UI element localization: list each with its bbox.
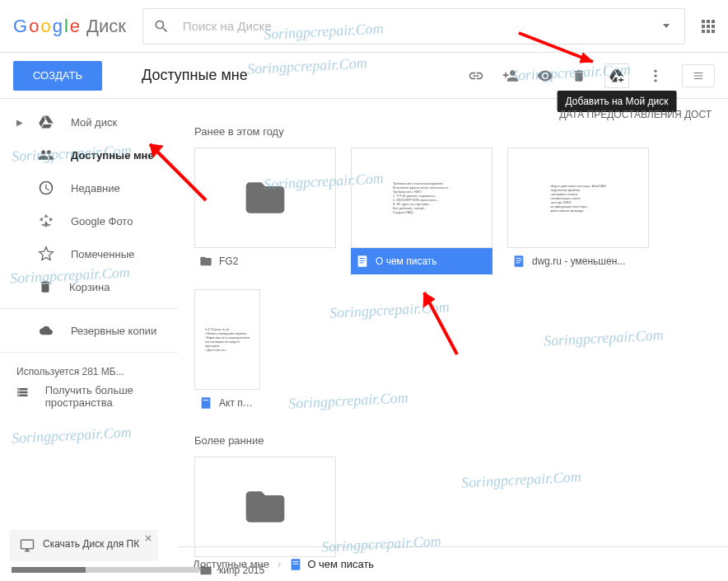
main-content: ДАТА ПРЕДОСТАВЛЕНИЯ ДОСТ Ранее в этом го…: [178, 99, 728, 581]
sidebar-label: Помеченные: [71, 248, 134, 260]
breadcrumb-root[interactable]: Доступные мне: [193, 558, 269, 570]
svg-point-1: [654, 69, 656, 72]
doc-thumbnail: dwg.ru уменьшенная вар-т AutoCADподготов…: [507, 148, 649, 248]
section-label: Более ранние: [194, 434, 712, 447]
svg-rect-14: [292, 559, 301, 569]
sidebar-item-get-storage[interactable]: Получить больше пространства: [0, 381, 178, 417]
trash-icon: [38, 279, 53, 295]
scrollbar[interactable]: [12, 567, 199, 573]
link-icon[interactable]: [468, 68, 484, 84]
storage-used-text: Используется 281 МБ...: [0, 358, 178, 381]
doc-icon: [356, 255, 369, 268]
view-toggle-icon[interactable]: [682, 64, 715, 87]
file-name: FG2: [219, 255, 238, 267]
storage-icon: [16, 384, 29, 401]
search-box[interactable]: [142, 8, 685, 45]
file-name: dwg.ru - уменьшен...: [532, 255, 625, 267]
sidebar-item-photos[interactable]: Google Фото: [0, 204, 178, 237]
svg-rect-6: [360, 260, 366, 261]
svg-rect-12: [202, 397, 211, 408]
more-icon[interactable]: [647, 68, 664, 84]
trash-icon[interactable]: [572, 68, 586, 84]
svg-rect-5: [360, 258, 366, 259]
svg-rect-11: [516, 262, 520, 263]
sidebar-item-recent[interactable]: Недавние: [0, 171, 178, 204]
folder-icon: [199, 255, 212, 268]
doc-icon: [512, 255, 525, 268]
preview-icon[interactable]: [537, 68, 553, 84]
sidebar-label: Мой диск: [71, 116, 117, 129]
search-icon: [153, 18, 170, 35]
svg-rect-9: [516, 258, 522, 259]
breadcrumb: Доступные мне › О чем писать: [178, 546, 728, 581]
sidebar-item-starred[interactable]: Помеченные: [0, 237, 178, 270]
clock-icon: [38, 180, 54, 196]
photos-icon: [38, 213, 54, 229]
svg-point-3: [654, 79, 656, 82]
doc-icon: [289, 558, 302, 571]
chevron-right-icon: ›: [278, 558, 281, 570]
close-icon[interactable]: [143, 533, 153, 543]
page-title: Доступные мне: [142, 67, 468, 84]
sidebar-item-backups[interactable]: Резервные копии: [0, 314, 178, 347]
svg-rect-7: [360, 262, 364, 263]
shared-icon: [38, 147, 54, 163]
desktop-icon: [20, 538, 35, 553]
sidebar: ▶ Мой диск Доступные мне Недавние Google…: [0, 99, 178, 581]
folder-thumbnail: [194, 148, 336, 248]
folder-thumbnail: [194, 457, 336, 557]
add-person-icon[interactable]: [502, 68, 519, 84]
svg-rect-13: [203, 400, 209, 401]
sidebar-label: Корзина: [69, 281, 110, 293]
drive-icon: [38, 114, 54, 130]
file-name: О чем писать: [376, 255, 437, 267]
cloud-icon: [38, 324, 54, 337]
sidebar-label: Получить больше пространства: [45, 384, 161, 409]
apps-grid-icon[interactable]: [702, 20, 715, 33]
doc-thumbnail: Требования к ключевым фразамКлючевые фра…: [351, 148, 492, 248]
sidebar-label: Google Фото: [71, 215, 133, 227]
doc-icon: [199, 396, 212, 410]
doc-thumbnail: 5.4 Оцінка та за• Немає очевидних перева…: [194, 289, 260, 390]
svg-rect-15: [293, 561, 299, 562]
breadcrumb-current[interactable]: О чем писать: [289, 558, 374, 571]
svg-rect-8: [515, 255, 524, 266]
sidebar-label: Доступные мне: [71, 149, 154, 162]
file-card-doc[interactable]: dwg.ru уменьшенная вар-т AutoCADподготов…: [507, 148, 649, 274]
file-card-doc[interactable]: Требования к ключевым фразамКлючевые фра…: [351, 148, 492, 274]
section-label: Ранее в этом году: [194, 125, 712, 138]
caret-icon: ▶: [16, 118, 21, 127]
sidebar-label: Недавние: [71, 182, 120, 194]
star-icon: [38, 246, 54, 262]
download-drive-promo[interactable]: Скачать Диск для ПК: [10, 530, 158, 561]
column-header: ДАТА ПРЕДОСТАВЛЕНИЯ ДОСТ: [194, 109, 712, 120]
svg-rect-10: [516, 260, 522, 261]
sidebar-item-my-drive[interactable]: ▶ Мой диск: [0, 105, 178, 138]
svg-point-2: [654, 74, 656, 77]
sidebar-item-shared[interactable]: Доступные мне: [0, 138, 178, 171]
sidebar-label: Резервные копии: [71, 325, 156, 337]
sidebar-item-trash[interactable]: Корзина: [0, 270, 178, 303]
file-name: Акт перер: [219, 397, 255, 409]
search-dropdown-caret[interactable]: [663, 24, 670, 28]
file-card-folder[interactable]: FG2: [194, 148, 336, 274]
search-input[interactable]: [183, 19, 658, 33]
svg-rect-16: [293, 563, 299, 564]
file-card-doc[interactable]: 5.4 Оцінка та за• Немає очевидних перева…: [194, 289, 260, 416]
create-button[interactable]: СОЗДАТЬ: [13, 61, 102, 91]
add-to-drive-button[interactable]: Добавить на Мой диск: [604, 63, 629, 88]
google-drive-logo[interactable]: Google Диск: [13, 16, 126, 37]
svg-rect-4: [358, 255, 367, 266]
